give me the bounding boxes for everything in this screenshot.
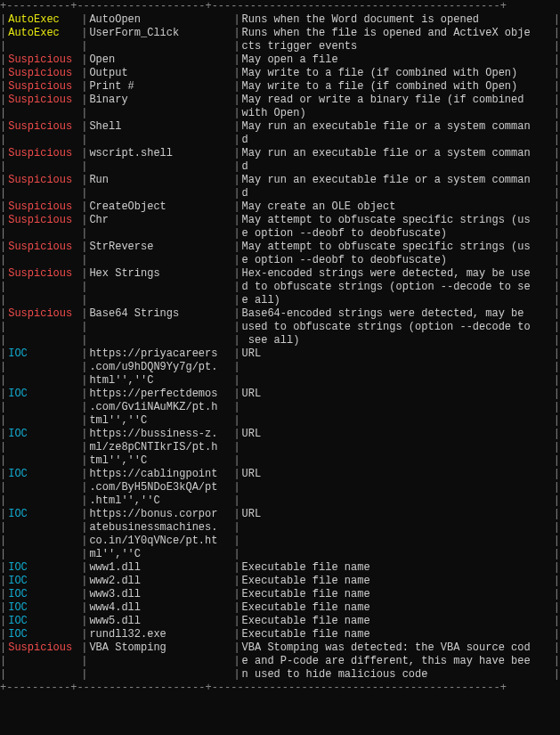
col-sep: |	[554, 67, 560, 80]
col-sep: |	[0, 241, 6, 254]
desc-cell: URL	[240, 388, 554, 401]
desc-cell: URL	[240, 508, 554, 521]
table-row: ||.com/u9hDQN9Yy7g/pt.||	[0, 361, 560, 374]
col-sep: |	[554, 94, 560, 107]
col-sep: |	[0, 601, 6, 615]
table-row: ||co.in/1Y0qVNce/pt.ht||	[0, 535, 560, 548]
col-sep: |	[554, 321, 560, 334]
table-row: ||.com/ByH5NDoE3kQA/pt||	[0, 481, 560, 494]
col-sep: |	[81, 615, 87, 628]
col-sep: |	[0, 147, 6, 160]
col-sep: |	[554, 334, 560, 347]
desc-cell: URL	[240, 468, 554, 481]
col-sep: |	[81, 628, 87, 641]
col-sep: |	[233, 13, 239, 27]
col-sep: |	[554, 535, 560, 548]
table-row: |Suspicious|Chr|May attempt to obfuscate…	[0, 214, 560, 227]
col-sep: |	[0, 214, 6, 227]
col-sep: |	[554, 575, 560, 588]
col-sep: |	[554, 655, 560, 668]
table-row: |Suspicious|Shell|May run an executable …	[0, 120, 560, 134]
type-cell: Suspicious	[6, 200, 81, 214]
type-cell: Suspicious	[6, 241, 81, 254]
col-sep: |	[0, 307, 6, 321]
desc-cell: May read or write a binary file (if comb…	[240, 94, 554, 107]
col-sep: |	[81, 267, 87, 281]
desc-cell: d	[240, 134, 554, 147]
keyword-cell: CreateObject	[87, 200, 233, 214]
type-cell: Suspicious	[6, 641, 81, 655]
table-row: |IOC|www2.dll|Executable file name|	[0, 575, 560, 588]
col-sep: |	[0, 454, 6, 468]
col-sep: |	[554, 628, 560, 641]
keyword-cell: StrReverse	[87, 241, 233, 254]
desc-cell: cts trigger events	[240, 40, 554, 53]
col-sep: |	[554, 468, 560, 481]
col-sep: |	[81, 40, 87, 53]
desc-cell: May run an executable file or a system c…	[240, 147, 554, 160]
col-sep: |	[0, 347, 6, 361]
desc-cell: d to obfuscate strings (option --decode …	[240, 281, 554, 294]
col-sep: |	[233, 468, 239, 481]
desc-cell: e option --deobf to deobfuscate)	[240, 227, 554, 241]
keyword-cell: .com/ByH5NDoE3kQA/pt	[87, 481, 233, 494]
col-sep: |	[554, 160, 560, 174]
col-sep: |	[81, 347, 87, 361]
col-sep: |	[81, 414, 87, 428]
type-cell: Suspicious	[6, 120, 81, 134]
desc-cell: Hex-encoded strings were detected, may b…	[240, 267, 554, 281]
type-cell: IOC	[6, 588, 81, 601]
col-sep: |	[233, 441, 239, 454]
col-sep: |	[554, 641, 560, 655]
col-sep: |	[81, 67, 87, 80]
type-cell: IOC	[6, 561, 81, 575]
keyword-cell: https://bonus.corpor	[87, 508, 233, 521]
col-sep: |	[554, 241, 560, 254]
col-sep: |	[233, 535, 239, 548]
col-sep: |	[0, 294, 6, 307]
type-cell: Suspicious	[6, 147, 81, 160]
desc-cell: Runs when the Word document is opened	[240, 13, 554, 27]
col-sep: |	[81, 641, 87, 655]
table-row: |Suspicious|Print #|May write to a file …	[0, 80, 560, 94]
col-sep: |	[554, 414, 560, 428]
col-sep: |	[233, 548, 239, 561]
table-row: ||ml/ze8pCNTIkrIS/pt.h||	[0, 441, 560, 454]
col-sep: |	[81, 401, 87, 414]
col-sep: |	[233, 200, 239, 214]
keyword-cell: Shell	[87, 120, 233, 134]
keyword-cell: Run	[87, 174, 233, 187]
col-sep: |	[233, 267, 239, 281]
keyword-cell: co.in/1Y0qVNce/pt.ht	[87, 535, 233, 548]
table-row: ||tml'',''C||	[0, 414, 560, 428]
table-row: |AutoExec|AutoOpen|Runs when the Word do…	[0, 13, 560, 27]
type-cell: Suspicious	[6, 53, 81, 67]
col-sep: |	[233, 40, 239, 53]
keyword-cell: https://cablingpoint	[87, 468, 233, 481]
desc-cell: Executable file name	[240, 601, 554, 615]
col-sep: |	[0, 575, 6, 588]
col-sep: |	[81, 588, 87, 601]
col-sep: |	[0, 561, 6, 575]
col-sep: |	[0, 107, 6, 120]
col-sep: |	[0, 628, 6, 641]
col-sep: |	[81, 535, 87, 548]
col-sep: |	[554, 134, 560, 147]
col-sep: |	[554, 454, 560, 468]
desc-cell: URL	[240, 428, 554, 441]
table-row: |AutoExec|UserForm_Click|Runs when the f…	[0, 27, 560, 40]
col-sep: |	[554, 281, 560, 294]
col-sep: |	[81, 80, 87, 94]
col-sep: |	[81, 27, 87, 40]
col-sep: |	[0, 53, 6, 67]
col-sep: |	[0, 281, 6, 294]
desc-cell: May write to a file (if combined with Op…	[240, 80, 554, 94]
table-row: |||d to obfuscate strings (option --deco…	[0, 281, 560, 294]
col-sep: |	[0, 668, 6, 682]
col-sep: |	[0, 361, 6, 374]
col-sep: |	[81, 307, 87, 321]
col-sep: |	[0, 641, 6, 655]
table-row: |||e option --deobf to deobfuscate)|	[0, 227, 560, 241]
col-sep: |	[233, 67, 239, 80]
table-row: |||cts trigger events|	[0, 40, 560, 53]
